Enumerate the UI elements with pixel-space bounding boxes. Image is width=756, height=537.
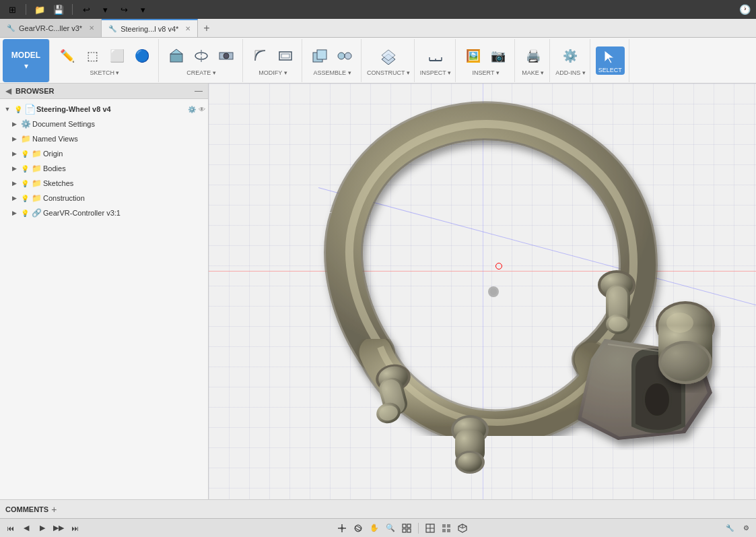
sketch-rect-icon: ⬜ [108,46,127,65]
bodies-vis-icon[interactable]: 💡 [20,165,30,172]
print-btn[interactable]: 🖨️ [521,45,545,67]
svg-rect-56 [403,524,406,528]
viewport-center-marker [495,263,502,270]
construct-label: CONSTRUCT ▾ [367,69,410,76]
svg-point-32 [609,317,627,331]
origin-folder-icon: 📁 [31,149,42,158]
rewind-first-btn[interactable]: ⏮ [3,521,18,536]
svg-rect-58 [403,529,406,532]
model-dropdown[interactable]: MODEL ▾ [3,39,50,82]
sketch-group: ✏️ ⬚ ⬜ 🔵 SKETCH ▾ [51,39,159,82]
redo-dropdown-icon[interactable]: ▾ [136,3,149,16]
sketch-buttons-row: ✏️ ⬚ ⬜ 🔵 [55,45,154,67]
new-component-icon [310,46,329,65]
new-component-btn[interactable] [308,45,332,67]
measure-btn[interactable] [423,45,448,67]
svg-marker-1 [170,49,182,54]
tab-add-button[interactable]: + [198,19,215,37]
root-expand-icon[interactable]: ▼ [3,106,12,113]
display-mode-btn[interactable] [423,521,438,536]
root-more-icon[interactable]: 👁 [199,106,205,113]
svg-rect-66 [447,529,450,532]
sketch-rect-btn[interactable]: ⬜ [105,45,129,67]
svg-rect-64 [447,524,450,528]
tab-gearvr-label: GearVR-C...ller v3* [19,24,82,32]
tab-gearvr[interactable]: 🔧 GearVR-C...ller v3* ✕ [0,19,102,37]
separator2 [72,4,73,15]
shell-btn[interactable] [273,45,298,67]
redo-icon[interactable]: ↪ [117,3,131,16]
offset-plane-btn[interactable] [376,45,401,67]
construction-expand[interactable]: ▶ [9,195,19,201]
separator [26,4,26,15]
gearvr-expand[interactable]: ▶ [9,210,19,216]
tab-steering-close[interactable]: ✕ [185,25,191,32]
undo-icon[interactable]: ↩ [79,3,93,16]
undo-dropdown-icon[interactable]: ▾ [98,3,112,16]
tree-item-origin[interactable]: ▶ 💡 📁 Origin [0,146,208,161]
bodies-expand[interactable]: ▶ [9,165,19,172]
bodies-label: Bodies [43,164,66,172]
tree-item-gearvr[interactable]: ▶ 💡 🔗 GearVR-Controller v3:1 [0,206,208,220]
last-btn[interactable]: ⏭ [67,521,82,536]
fillet-btn[interactable] [248,45,273,67]
root-options-icon[interactable]: ⚙️ [188,106,196,113]
revolve-btn[interactable] [189,45,213,67]
play-btn[interactable]: ▶ [35,521,50,536]
gearvr-vis-icon[interactable]: 💡 [20,210,30,217]
tree-item-root[interactable]: ▼ 💡 📄 Steering-Wheel v8 v4 ⚙️ 👁 [0,102,208,117]
named-views-expand[interactable]: ▶ [9,135,19,142]
sketches-label: Sketches [43,179,73,187]
sketches-vis-icon[interactable]: 💡 [20,180,30,187]
zoom-fit-btn[interactable] [399,521,414,536]
comments-label: COMMENTS [5,505,48,513]
insert-canvas-btn[interactable]: 📷 [486,45,510,67]
zoom-btn[interactable]: 🔍 [383,521,398,536]
orbit-btn[interactable] [351,521,366,536]
extra-nav-1[interactable]: 🔧 [722,521,737,536]
next-btn[interactable]: ▶▶ [51,521,66,536]
new-file-icon[interactable]: 📁 [33,3,46,16]
insert-image-btn[interactable]: 🖼️ [461,45,485,67]
browser-minimize-icon[interactable]: — [195,86,203,96]
grid-icon[interactable]: ⊞ [5,3,19,16]
origin-vis-icon[interactable]: 💡 [20,150,30,158]
tree-item-named-views[interactable]: ▶ 📁 Named Views [0,131,208,146]
stop-sketch-btn[interactable]: ⬚ [80,45,104,67]
extrude-btn[interactable] [164,45,188,67]
sketch-circle-btn[interactable]: 🔵 [130,45,154,67]
tree-item-construction[interactable]: ▶ 💡 📁 Construction [0,191,208,206]
addins-btn[interactable]: ⚙️ [558,45,582,67]
tree-item-doc-settings[interactable]: ▶ ⚙️ Document Settings [0,117,208,131]
select-btn[interactable]: SELECT [596,46,625,75]
tree-item-bodies[interactable]: ▶ 💡 📁 Bodies [0,161,208,176]
svg-rect-57 [407,524,411,528]
model-caret: ▾ [24,61,28,71]
origin-expand[interactable]: ▶ [9,150,19,157]
addins-label: ADD-INS ▾ [555,69,586,76]
root-vis-icon[interactable]: 💡 [13,106,23,113]
joint-btn[interactable] [333,45,357,67]
tab-steering[interactable]: 🔧 Steering...l v8 v4* ✕ [102,19,198,37]
sketch-btn[interactable]: ✏️ [55,45,79,67]
comments-add-button[interactable]: + [51,504,57,515]
sketches-expand[interactable]: ▶ [9,180,19,187]
extra-nav-2[interactable]: ⚙ [738,521,753,536]
create-label: CREATE ▾ [186,69,215,76]
view-cube-btn[interactable] [455,521,470,536]
prev-btn[interactable]: ◀ [19,521,34,536]
grid-btn[interactable] [439,521,454,536]
pan-btn[interactable] [335,521,349,536]
hand-btn[interactable]: ✋ [367,521,382,536]
hole-btn[interactable] [214,45,238,67]
tree-item-sketches[interactable]: ▶ 💡 📁 Sketches [0,176,208,191]
viewport[interactable] [209,84,756,499]
save-icon[interactable]: 💾 [52,3,65,16]
construction-vis-icon[interactable]: 💡 [20,195,30,202]
sketch-label: SKETCH ▾ [90,69,119,76]
named-views-icon: 📁 [20,134,31,144]
doc-settings-expand[interactable]: ▶ [9,121,19,127]
tab-gearvr-close[interactable]: ✕ [89,24,94,32]
insert-canvas-icon: 📷 [489,46,508,65]
browser-collapse-icon[interactable]: ◀ [5,86,11,96]
